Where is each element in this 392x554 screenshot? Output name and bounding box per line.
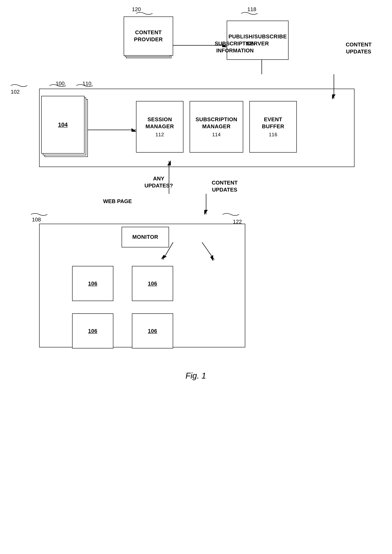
ref-104-label: 104 <box>58 121 68 128</box>
event-buffer-box: EVENTBUFFER 116 <box>249 101 297 153</box>
web-page-label: WEB PAGE <box>103 198 132 205</box>
fig-caption: Fig. 1 <box>144 371 247 380</box>
subscription-manager-label: SUBSCRIPTIONMANAGER <box>196 116 237 130</box>
ref-108: 108 <box>32 216 41 223</box>
ref-120: 120 <box>132 6 141 13</box>
ref-110: 110 <box>83 80 91 87</box>
frame-106-bl: 106 <box>72 313 113 348</box>
ref-100: 100 <box>56 80 64 87</box>
monitor-box: MONITOR <box>122 227 169 247</box>
frame-106-tl-label: 106 <box>88 280 98 287</box>
frame-106-bl-label: 106 <box>88 328 98 334</box>
content-updates-top-label: CONTENT UPDATES <box>338 41 379 55</box>
any-updates-label: ANY UPDATES? <box>140 175 177 189</box>
content-provider-label: CONTENT PROVIDER <box>124 29 173 43</box>
content-updates-bottom-label: CONTENT UPDATES <box>206 179 243 193</box>
frame-106-br: 106 <box>132 313 173 348</box>
ref-102: 102 <box>11 89 20 95</box>
session-manager-box: SESSIONMANAGER 112 <box>136 101 183 153</box>
client-stack-pages: 104 <box>41 96 89 158</box>
event-buffer-label: EVENTBUFFER <box>262 116 284 130</box>
monitor-label: MONITOR <box>132 234 158 241</box>
ref-118: 118 <box>247 6 256 13</box>
frame-106-tr: 106 <box>132 266 173 301</box>
frame-106-br-label: 106 <box>148 328 157 334</box>
subscription-manager-ref: 114 <box>212 132 221 137</box>
subscription-manager-box: SUBSCRIPTIONMANAGER 114 <box>190 101 243 153</box>
content-provider-box: CONTENT PROVIDER <box>124 16 173 56</box>
event-buffer-ref: 116 <box>269 132 277 137</box>
subscription-info-label: SUBSCRIPTION INFORMATION <box>214 40 256 54</box>
session-manager-ref: 112 <box>155 132 164 137</box>
diagram: 120 118 CONTENT PROVIDER PUBLISH/SUBSCRI… <box>0 0 392 536</box>
session-manager-label: SESSIONMANAGER <box>146 116 174 130</box>
frame-106-tl: 106 <box>72 266 113 301</box>
frame-106-tr-label: 106 <box>148 280 157 287</box>
